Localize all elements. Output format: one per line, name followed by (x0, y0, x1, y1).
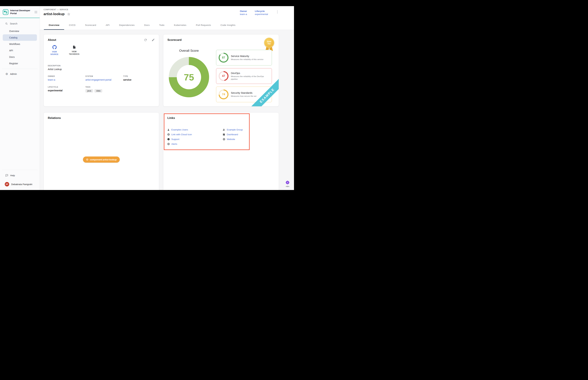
view-source-label: VIEW SOURCE (48, 51, 61, 56)
search-label: Search (10, 22, 17, 25)
score-item-service-maturity[interactable]: 87 Service Maturity Measures the reliabi… (216, 50, 272, 65)
avatar: DP (5, 182, 9, 187)
gold-tier-label: Gold Tier (266, 40, 272, 45)
score-description: Measures the reliability of this service (231, 58, 263, 61)
favorite-star-icon[interactable] (67, 12, 70, 16)
app-window: Internal Developer Portal Search Overvie… (0, 0, 294, 190)
sidebar-item-api[interactable]: API (3, 47, 37, 54)
owner-field: OWNER team-a (48, 75, 85, 81)
tag-chip[interactable]: java (85, 89, 93, 93)
link-dashboard[interactable]: Dashboard (227, 133, 238, 136)
tab-api[interactable]: API (101, 20, 114, 30)
link-alerts[interactable]: Alerts (171, 143, 177, 145)
tag-chip[interactable]: data (95, 89, 102, 93)
search-icon (5, 22, 8, 25)
sidebar-nav: Overview Catalog Workflows API Docs Regi… (0, 28, 40, 67)
document-icon (73, 45, 76, 49)
link-row: Alerts (167, 143, 192, 145)
tab-code-insights[interactable]: Code Insights (216, 20, 240, 30)
system-field-label: SYSTEM (85, 75, 123, 77)
owner-meta: Owner team-a (240, 10, 247, 16)
globe-icon (167, 143, 170, 145)
view-source-button[interactable]: VIEW SOURCE (48, 45, 61, 56)
help-button[interactable]: Help (0, 172, 40, 179)
gear-icon: ⚙ (5, 73, 8, 76)
sidebar-search[interactable]: Search (2, 21, 40, 27)
type-field-label: TYPE (123, 75, 155, 77)
top-black-bar (0, 0, 294, 6)
owner-value[interactable]: team-a (240, 13, 247, 16)
sidebar-item-admin[interactable]: ⚙ Admin (0, 71, 40, 77)
type-field: TYPE service (123, 75, 155, 81)
type-value: service (123, 78, 155, 81)
relation-node-component[interactable]: component:artist-lookup (83, 156, 120, 163)
description-label: DESCRIPTION (48, 65, 155, 67)
entity-header-left: COMPONENT — SERVICE artist-lookup (44, 8, 70, 20)
about-card: About VIEW (44, 34, 159, 107)
globe-icon (86, 158, 88, 161)
apps-grid-icon[interactable] (35, 11, 37, 13)
breadcrumb: COMPONENT — SERVICE (44, 8, 70, 11)
system-link[interactable]: artist-engagement-portal (85, 78, 112, 81)
aida-widget[interactable]: AIDA (284, 180, 291, 187)
tab-docs[interactable]: Docs (139, 20, 154, 30)
overall-score-label: Overall Score (169, 49, 209, 53)
globe-icon (223, 138, 225, 140)
refresh-icon[interactable] (144, 38, 147, 42)
sidebar-header: Internal Developer Portal (0, 6, 40, 18)
link-row: Examples Users (167, 128, 192, 131)
tags-field: TAGS java data (85, 86, 123, 93)
sidebar-item-catalog[interactable]: Catalog (3, 34, 37, 41)
user-profile[interactable]: DP Debabrata Panigrahi (0, 181, 40, 188)
more-options-icon[interactable]: ⋮ (276, 10, 279, 13)
owner-label: Owner (240, 10, 247, 12)
tab-scorecard[interactable]: Scorecard (80, 20, 101, 30)
link-row: Website (223, 138, 243, 141)
link-row: Dashboard (223, 133, 243, 136)
score-description: Measures how secure the ser (231, 95, 257, 98)
links-title: Links (167, 116, 275, 120)
sidebar-divider (2, 69, 38, 69)
link-support[interactable]: Support (171, 138, 179, 140)
view-techdocs-button[interactable]: VIEW TECHDOCS (68, 45, 81, 56)
owner-field-label: OWNER (48, 75, 85, 77)
tab-cicd[interactable]: CI/CD (64, 20, 80, 30)
score-name: Service Maturity (231, 55, 263, 57)
sidebar-item-docs[interactable]: Docs (3, 54, 37, 60)
about-title: About (48, 38, 155, 42)
tab-overview[interactable]: Overview (44, 20, 64, 30)
aida-flower-icon (285, 180, 290, 185)
link-cloud-icon[interactable]: Link with Cloud Icon (171, 133, 192, 136)
overall-score-block: Overall Score 75 (169, 49, 209, 97)
score-name: Security Standards (231, 91, 257, 94)
lifecycle-label: Lifecycle (255, 10, 268, 12)
link-row: Example Group (223, 128, 243, 131)
sidebar-item-overview[interactable]: Overview (3, 28, 37, 34)
sidebar-item-workflows[interactable]: Workflows (3, 41, 37, 47)
help-label: Help (10, 174, 15, 177)
score-value: 47 (220, 72, 228, 80)
tab-bar: Overview CI/CD Scorecard API Dependencie… (40, 20, 294, 30)
link-website[interactable]: Website (227, 138, 235, 140)
tab-todo[interactable]: Todo (154, 20, 169, 30)
links-card: Links Examples Users Link w (163, 113, 279, 190)
overall-score-value: 75 (184, 72, 194, 82)
link-example-group[interactable]: Example Group (227, 128, 243, 131)
system-field: SYSTEM artist-engagement-portal (85, 75, 123, 81)
group-icon (223, 128, 225, 131)
tab-pull-requests[interactable]: Pull Requests (191, 20, 216, 30)
tab-kubernetes[interactable]: Kubernetes (169, 20, 191, 30)
sidebar-item-register[interactable]: Register (3, 60, 37, 67)
tab-dependencies[interactable]: Dependencies (114, 20, 139, 30)
score-item-devops[interactable]: 47 DevOps Measures the reliability of th… (216, 68, 272, 84)
link-examples-users[interactable]: Examples Users (171, 128, 188, 131)
help-icon: ? (167, 138, 170, 140)
admin-label: Admin (10, 73, 17, 75)
edit-pencil-icon[interactable] (152, 38, 155, 42)
score-description: Measures the reliability of the DevOps p… (231, 75, 269, 80)
owner-link[interactable]: team-a (48, 78, 55, 81)
score-value: 87 (220, 54, 228, 62)
score-ring: 47 (219, 71, 228, 81)
sidebar-bottom-divider (2, 170, 38, 170)
main-area: COMPONENT — SERVICE artist-lookup Owner … (40, 6, 294, 190)
